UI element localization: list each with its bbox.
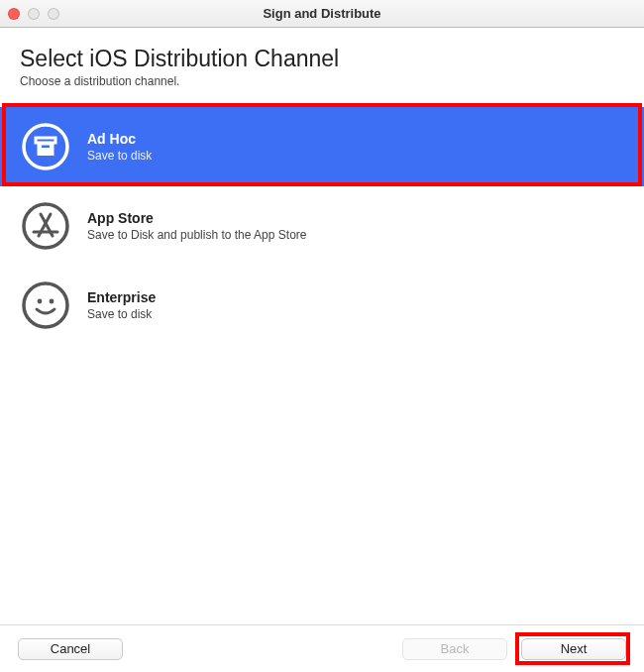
- option-desc: Save to disk: [87, 149, 622, 163]
- page-subheading: Choose a distribution channel.: [20, 74, 624, 88]
- svg-rect-2: [38, 143, 54, 156]
- option-desc: Save to disk: [87, 307, 622, 321]
- titlebar: Sign and Distribute: [0, 0, 644, 28]
- svg-rect-3: [42, 146, 50, 149]
- option-title: Ad Hoc: [87, 131, 622, 147]
- smiley-icon: [22, 281, 69, 329]
- distribution-options: Ad Hoc Save to disk App Store Save to Di…: [0, 107, 644, 345]
- close-window-icon[interactable]: [8, 8, 20, 20]
- app-store-icon: [22, 202, 69, 250]
- option-desc: Save to Disk and publish to the App Stor…: [87, 228, 622, 242]
- page-heading: Select iOS Distribution Channel: [20, 46, 624, 72]
- zoom-window-icon[interactable]: [48, 8, 59, 20]
- window-controls: [8, 8, 59, 20]
- next-button[interactable]: Next: [521, 638, 626, 660]
- footer-bar: Cancel Back Next: [0, 624, 644, 672]
- content-area: Select iOS Distribution Channel Choose a…: [0, 28, 644, 88]
- option-enterprise[interactable]: Enterprise Save to disk: [0, 266, 644, 345]
- minimize-window-icon[interactable]: [28, 8, 40, 20]
- option-title: App Store: [87, 210, 622, 226]
- archive-box-icon: [22, 123, 69, 170]
- option-app-store[interactable]: App Store Save to Disk and publish to th…: [0, 186, 644, 266]
- option-title: Enterprise: [87, 289, 622, 305]
- svg-rect-1: [36, 138, 55, 143]
- back-button: Back: [402, 638, 507, 660]
- option-ad-hoc[interactable]: Ad Hoc Save to disk: [0, 107, 644, 186]
- svg-point-8: [24, 283, 67, 327]
- window-title: Sign and Distribute: [0, 6, 644, 21]
- svg-point-9: [38, 299, 43, 304]
- svg-point-10: [50, 299, 54, 304]
- cancel-button[interactable]: Cancel: [18, 638, 123, 660]
